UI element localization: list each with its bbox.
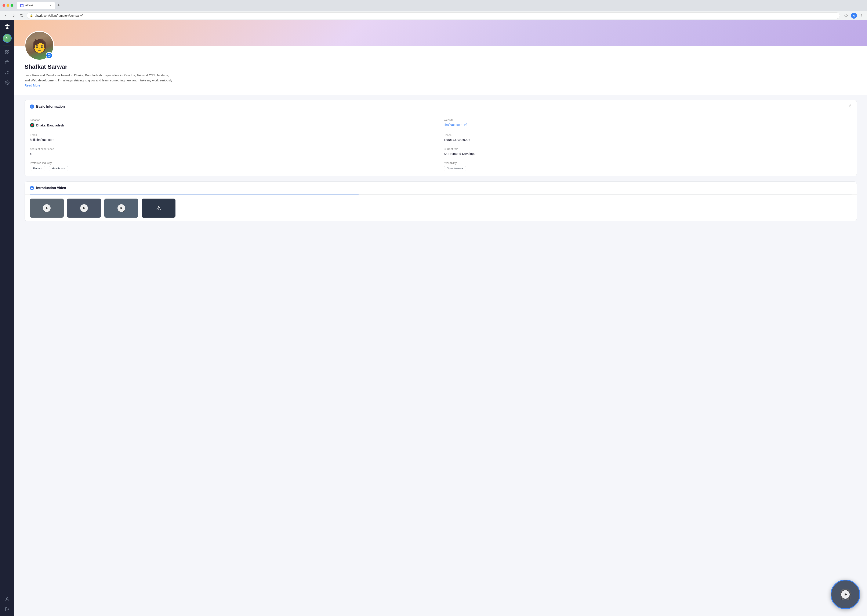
website-value[interactable]: shafkats.com: [444, 123, 851, 126]
svg-point-12: [32, 106, 32, 107]
video-progress-fill: [30, 195, 359, 195]
availability-tag: Open to work: [444, 166, 466, 171]
sidebar-divider-1: [3, 45, 11, 46]
app-container: S 🧑: [0, 20, 867, 616]
industry-item: Preferred industry Fintech Healthcare: [30, 161, 438, 171]
basic-info-grid: Location Dhaka, Bangladesh Website shafk…: [25, 113, 857, 176]
industry-tag-healthcare: Healthcare: [49, 166, 68, 171]
email-value: hi@shafkats.com: [30, 138, 438, 141]
browser-chrome: AirWrk × +: [0, 0, 867, 11]
experience-value: 5: [30, 152, 438, 156]
email-item: Email hi@shafkats.com: [30, 134, 438, 141]
svg-rect-6: [8, 53, 9, 54]
refresh-button[interactable]: [19, 13, 25, 19]
website-item: Website shafkats.com: [444, 118, 851, 127]
user-avatar-sidebar[interactable]: S: [3, 34, 12, 43]
forward-button[interactable]: [11, 13, 17, 19]
profile-name: Shafkat Sarwar: [25, 63, 857, 70]
video-thumb-1[interactable]: 🎧: [30, 198, 64, 218]
bangladesh-flag: [30, 123, 35, 127]
role-value: Sr. Frontend Developer: [444, 152, 851, 156]
video-thumb-3[interactable]: 🎧: [104, 198, 138, 218]
close-window-button[interactable]: [3, 4, 5, 7]
basic-info-card: Basic Information Location Dhaka, Bangl: [25, 100, 857, 176]
back-button[interactable]: [3, 13, 9, 19]
industry-tags: Fintech Healthcare: [30, 166, 438, 171]
video-progress-bar: [30, 195, 851, 195]
svg-point-14: [32, 187, 32, 188]
profile-banner: [14, 20, 867, 46]
svg-point-2: [862, 16, 862, 17]
minimize-window-button[interactable]: [6, 4, 9, 7]
experience-item: Years of experience 5: [30, 148, 438, 156]
profile-info: Shafkat Sarwar I'm a Frontend Developer …: [25, 46, 857, 88]
sidebar-item-dashboard[interactable]: [3, 48, 11, 57]
tab-close-button[interactable]: ×: [49, 4, 52, 7]
availability-label: Availability: [444, 161, 851, 165]
video-thumbnails: 🎧 🎧: [25, 195, 857, 221]
menu-button[interactable]: [859, 12, 864, 19]
tab-favicon: [20, 4, 24, 7]
security-icon: 🔒: [30, 14, 33, 17]
avatar-wrapper: 🧑: [25, 31, 54, 60]
play-button-1[interactable]: [43, 204, 50, 212]
location-label: Location: [30, 118, 438, 122]
basic-info-icon: [30, 104, 34, 109]
maximize-window-button[interactable]: [11, 4, 13, 7]
intro-video-header: Introduction Video: [25, 182, 857, 195]
warning-icon: ⚠: [156, 205, 161, 212]
svg-rect-4: [8, 50, 9, 52]
play-button-2[interactable]: [80, 204, 88, 212]
video-thumb-2[interactable]: 🎧: [67, 198, 101, 218]
play-button-3[interactable]: [117, 204, 125, 212]
sidebar-item-profile[interactable]: [3, 595, 11, 603]
svg-line-13: [465, 124, 467, 125]
svg-point-8: [6, 71, 8, 72]
browser-tabs: AirWrk × +: [17, 2, 864, 9]
sidebar-logo: [3, 23, 11, 30]
floating-video-play-button[interactable]: [841, 590, 850, 599]
bookmark-button[interactable]: [843, 12, 849, 19]
basic-info-header: Basic Information: [25, 100, 857, 113]
role-item: Current role Sr. Frontend Developer: [444, 148, 851, 156]
tab-title: AirWrk: [25, 4, 33, 7]
sidebar: S: [0, 20, 14, 616]
account-button[interactable]: A: [850, 12, 858, 19]
svg-point-1: [862, 15, 862, 16]
read-more-link[interactable]: Read More: [25, 83, 40, 87]
availability-value: Open to work: [444, 166, 851, 171]
svg-marker-16: [83, 207, 85, 209]
intro-video-icon: [30, 186, 34, 190]
svg-rect-3: [5, 50, 7, 52]
new-tab-button[interactable]: +: [56, 2, 61, 9]
main-content: 🧑 Shafkat Sarwar I'm a Frontend Develope…: [14, 20, 867, 616]
sidebar-item-settings[interactable]: [3, 79, 11, 87]
floating-video-widget[interactable]: 🎧: [831, 580, 860, 609]
svg-point-11: [6, 597, 8, 599]
sidebar-item-briefcase[interactable]: [3, 58, 11, 67]
availability-item: Availability Open to work: [444, 161, 851, 171]
video-thumb-4[interactable]: ⚠: [142, 198, 175, 218]
svg-marker-15: [46, 207, 48, 209]
location-value: Dhaka, Bangladesh: [30, 123, 438, 127]
sidebar-item-logout[interactable]: [3, 605, 11, 613]
phone-value: +88017373829293: [444, 138, 851, 141]
svg-rect-7: [5, 61, 9, 64]
profile-area: 🧑 Shafkat Sarwar I'm a Frontend Develope…: [14, 46, 867, 95]
phone-label: Phone: [444, 134, 851, 137]
sidebar-item-team[interactable]: [3, 68, 11, 77]
url-text: airwrk.com/client/remotely/company/: [35, 14, 837, 17]
address-bar[interactable]: 🔒 airwrk.com/client/remotely/company/: [27, 13, 840, 19]
phone-item: Phone +88017373829293: [444, 134, 851, 141]
svg-marker-18: [845, 593, 847, 596]
role-label: Current role: [444, 148, 851, 151]
browser-window-controls: [3, 4, 13, 7]
browser-nav-icons: A: [843, 12, 864, 19]
active-tab[interactable]: AirWrk ×: [17, 2, 55, 9]
industry-tag-fintech: Fintech: [30, 166, 45, 171]
profile-bio: I'm a Frontend Developer based in Dhaka,…: [25, 73, 173, 88]
basic-info-title: Basic Information: [36, 105, 65, 108]
svg-point-9: [8, 71, 9, 72]
edit-basic-info-button[interactable]: [848, 104, 851, 109]
intro-video-title: Introduction Video: [36, 186, 66, 190]
